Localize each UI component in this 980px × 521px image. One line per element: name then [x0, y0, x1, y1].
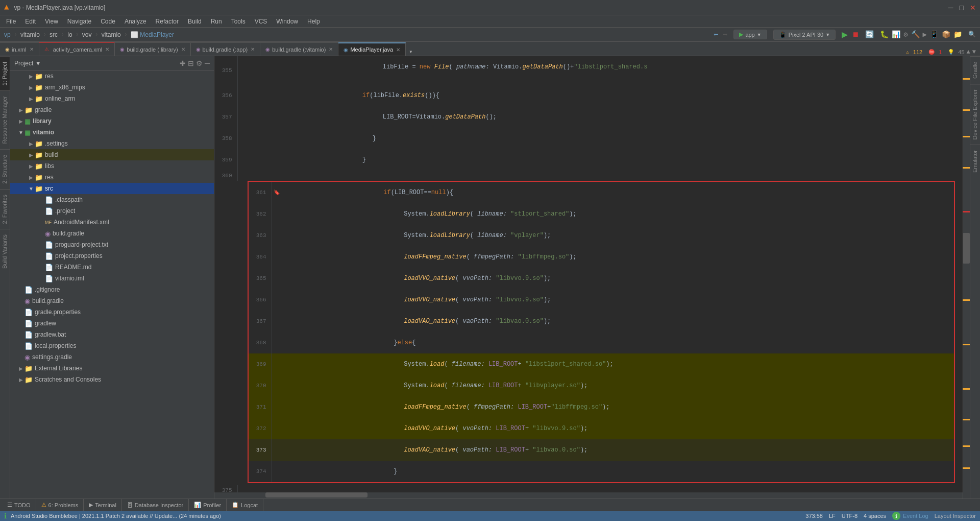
panel-label-structure[interactable]: 2: Structure	[0, 149, 10, 189]
bottom-tab-problems[interactable]: ⚠ 6: Problems	[36, 499, 84, 511]
build-icon[interactable]: 🔨	[911, 30, 920, 39]
tree-libs[interactable]: ▶ 📁 libs	[10, 160, 214, 172]
menu-tools[interactable]: Tools	[227, 17, 250, 26]
editor-scrollbar[interactable]	[963, 56, 970, 499]
close-button[interactable]: ✕	[970, 4, 976, 12]
line-ending[interactable]: LF	[829, 513, 836, 519]
nav-breadcrumb-vov[interactable]: vov	[82, 31, 92, 38]
tree-gradlew-bat[interactable]: 📄 gradlew.bat	[10, 329, 214, 340]
menu-refactor[interactable]: Refactor	[152, 17, 183, 26]
menu-run[interactable]: Run	[207, 17, 226, 26]
tree-classpath[interactable]: 📄 .classpath	[10, 194, 214, 205]
device-dropdown-button[interactable]: 📱 Pixel 2 API 30 ▼	[773, 30, 836, 40]
bottom-tab-terminal[interactable]: ▶ Terminal	[84, 499, 122, 511]
nav-breadcrumb-vitamio2[interactable]: vitamio	[102, 31, 121, 38]
nav-breadcrumb-io[interactable]: io	[67, 31, 72, 38]
tree-build[interactable]: ▶ 📁 build	[10, 149, 214, 160]
tab-build-gradle-app[interactable]: ◉ build.gradle (:app) ✕	[191, 42, 261, 56]
sdk-manager-icon[interactable]: 📦	[942, 30, 950, 39]
maximize-button[interactable]: □	[960, 4, 964, 12]
panel-label-build-variants[interactable]: Build Variants	[0, 229, 10, 274]
sync-button[interactable]: 🔄	[865, 30, 874, 39]
tree-gradlew[interactable]: 📄 gradlew	[10, 318, 214, 329]
nav-breadcrumb-vitamio[interactable]: vitamio	[20, 31, 40, 38]
close-gradle-vitamio[interactable]: ✕	[329, 46, 333, 52]
indent[interactable]: 4 spaces	[864, 513, 886, 519]
bottom-tab-db-inspector[interactable]: 🗄 Database Inspector	[122, 499, 189, 511]
menu-file[interactable]: File	[2, 17, 20, 26]
tree-res-1[interactable]: ▶ 📁 res	[10, 70, 214, 82]
menu-code[interactable]: Code	[96, 17, 119, 26]
settings-button[interactable]: ⚙	[196, 59, 203, 67]
tree-project-properties[interactable]: 📄 project.properties	[10, 250, 214, 262]
horizontal-scrollbar[interactable]	[214, 492, 963, 499]
tab-in-xml[interactable]: ◉ in.xml ✕	[0, 42, 39, 56]
tree-vitamio-iml[interactable]: 📄 vitamio.iml	[10, 273, 214, 284]
tree-gradle-props[interactable]: 📄 gradle.properties	[10, 306, 214, 318]
tab-activity-camera[interactable]: ⚠ activity_camera.xml ✕	[39, 42, 115, 56]
project-struct-icon[interactable]: 📁	[953, 30, 962, 39]
tree-gitignore[interactable]: 📄 .gitignore	[10, 284, 214, 295]
debug-icon[interactable]: 🐛	[880, 30, 889, 39]
run-config-icon[interactable]: ▶	[923, 30, 927, 39]
menu-vcs[interactable]: VCS	[251, 17, 272, 26]
close-mediaplayer[interactable]: ✕	[396, 47, 400, 53]
panel-label-emulator[interactable]: Emulator	[970, 145, 980, 178]
tree-online-arm[interactable]: ▶ 📁 online_arm	[10, 93, 214, 104]
menu-analyze[interactable]: Analyze	[120, 17, 151, 26]
tree-local-props[interactable]: 📄 local.properties	[10, 340, 214, 351]
menu-build[interactable]: Build	[184, 17, 206, 26]
tree-settings[interactable]: ▶ 📁 .settings	[10, 138, 214, 149]
nav-breadcrumb-mediaplayer[interactable]: ⬜ MediaPlayer	[131, 31, 174, 38]
minimize-button[interactable]: ─	[948, 4, 953, 12]
layout-inspector-link[interactable]: Layout Inspector	[935, 513, 976, 519]
menu-edit[interactable]: Edit	[21, 17, 40, 26]
minimize-panel-button[interactable]: ─	[205, 59, 210, 67]
panel-label-gradle[interactable]: Gradle	[970, 56, 980, 84]
menu-window[interactable]: Window	[272, 17, 302, 26]
tree-gradle[interactable]: ▶ 📁 gradle	[10, 104, 214, 115]
collapse-all-button[interactable]: ⊟	[188, 59, 194, 67]
tree-res-2[interactable]: ▶ 📁 res	[10, 172, 214, 183]
tree-androidmanifest[interactable]: MF AndroidManifest.xml	[10, 217, 214, 228]
tree-scratches[interactable]: ▶ 📁 Scratches and Consoles	[10, 374, 214, 385]
tree-settings-gradle[interactable]: ◉ settings.gradle	[10, 351, 214, 363]
tab-build-gradle-vitamio[interactable]: ◉ build.gradle (:vitamio) ✕	[260, 42, 338, 56]
close-gradle-lib[interactable]: ✕	[181, 46, 185, 52]
panel-label-project[interactable]: 1: Project	[0, 56, 10, 90]
bottom-tab-logcat[interactable]: 📋 Logcat	[227, 499, 263, 511]
panel-label-device-file[interactable]: Device File Explorer	[970, 84, 980, 145]
search-everywhere-icon[interactable]: 🔍	[968, 31, 976, 38]
tree-readme[interactable]: 📄 README.md	[10, 262, 214, 273]
nav-breadcrumb-vp[interactable]: vp	[4, 31, 11, 38]
event-log-link[interactable]: ℹ Event Log	[892, 512, 928, 520]
bottom-tab-profiler[interactable]: 📊 Profiler	[189, 499, 227, 511]
tree-library[interactable]: ▶ ▦ library	[10, 115, 214, 127]
cursor-position[interactable]: 373:58	[805, 513, 823, 519]
run-button[interactable]: ▶	[842, 28, 848, 41]
avd-icon[interactable]: 📱	[930, 30, 939, 39]
forward-nav-icon[interactable]: ➡	[723, 30, 728, 40]
tab-build-gradle-lib[interactable]: ◉ build.gradle (:library) ✕	[115, 42, 190, 56]
tree-root-build-gradle[interactable]: ◉ build.gradle	[10, 295, 214, 306]
menu-help[interactable]: Help	[303, 17, 324, 26]
gradle-sync-icon[interactable]: ⚙	[903, 30, 908, 39]
scroll-down-icon[interactable]: ▼	[972, 49, 976, 56]
add-item-button[interactable]: ✚	[180, 59, 186, 67]
scroll-thumb[interactable]	[963, 233, 970, 264]
code-editor[interactable]: 355 libFile = new File( pathname: Vitami…	[214, 56, 963, 499]
panel-label-resource[interactable]: Resource Manager	[0, 90, 10, 149]
tree-src[interactable]: ▼ 📁 src	[10, 183, 214, 194]
tab-mediaplayer[interactable]: ◉ MediaPlayer.java ✕	[338, 42, 406, 56]
tree-arm-x86[interactable]: ▶ 📁 arm_x86_mips	[10, 82, 214, 93]
nav-breadcrumb-src[interactable]: src	[50, 31, 58, 38]
tab-overflow[interactable]: ▾	[406, 48, 415, 56]
panel-label-favorites[interactable]: 2: Favorites	[0, 189, 10, 229]
back-nav-icon[interactable]: ⬅	[714, 30, 719, 40]
menu-navigate[interactable]: Navigate	[63, 17, 95, 26]
tree-proguard[interactable]: 📄 proguard-project.txt	[10, 239, 214, 250]
app-dropdown-button[interactable]: ▶ app ▼	[733, 30, 767, 39]
stop-button[interactable]: ⏹	[852, 31, 859, 39]
tree-project-file[interactable]: 📄 .project	[10, 205, 214, 217]
close-gradle-app[interactable]: ✕	[251, 46, 255, 52]
